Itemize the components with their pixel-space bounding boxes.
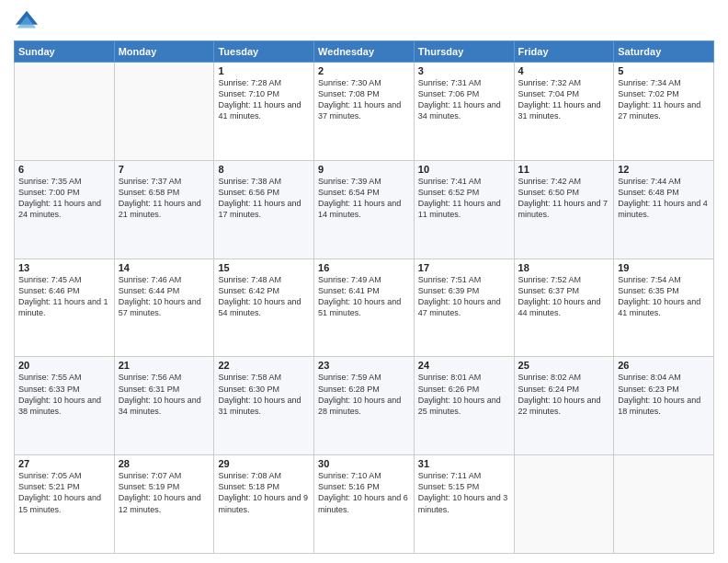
day-number: 6 <box>18 164 110 175</box>
day-number: 7 <box>119 164 210 175</box>
day-number: 2 <box>318 65 410 76</box>
weekday-header-tuesday: Tuesday <box>214 41 314 63</box>
header <box>14 9 714 35</box>
weekday-header-monday: Monday <box>114 41 214 63</box>
day-number: 19 <box>618 262 710 273</box>
calendar-cell: 5Sunrise: 7:34 AM Sunset: 7:02 PM Daylig… <box>614 63 714 161</box>
calendar-cell: 23Sunrise: 7:59 AM Sunset: 6:28 PM Dayli… <box>314 357 415 455</box>
calendar-table: SundayMondayTuesdayWednesdayThursdayFrid… <box>14 40 714 554</box>
calendar-cell: 9Sunrise: 7:39 AM Sunset: 6:54 PM Daylig… <box>314 160 415 259</box>
day-number: 25 <box>518 360 610 371</box>
day-number: 28 <box>119 458 210 469</box>
day-number: 8 <box>218 164 310 175</box>
week-row-1: 1Sunrise: 7:28 AM Sunset: 7:10 PM Daylig… <box>15 63 714 161</box>
calendar-cell: 14Sunrise: 7:46 AM Sunset: 6:44 PM Dayli… <box>114 259 214 357</box>
day-info: Sunrise: 7:11 AM Sunset: 5:15 PM Dayligh… <box>418 470 510 515</box>
calendar-cell: 21Sunrise: 7:56 AM Sunset: 6:31 PM Dayli… <box>114 357 214 455</box>
day-number: 4 <box>518 65 610 76</box>
day-number: 15 <box>218 262 310 273</box>
weekday-header-wednesday: Wednesday <box>314 41 415 63</box>
day-number: 11 <box>518 164 610 175</box>
day-number: 9 <box>318 164 410 175</box>
day-number: 16 <box>318 262 410 273</box>
day-info: Sunrise: 8:01 AM Sunset: 6:26 PM Dayligh… <box>418 372 510 417</box>
day-info: Sunrise: 7:58 AM Sunset: 6:30 PM Dayligh… <box>218 372 310 417</box>
calendar-cell <box>114 63 214 161</box>
day-number: 1 <box>218 65 310 76</box>
calendar-cell: 28Sunrise: 7:07 AM Sunset: 5:19 PM Dayli… <box>114 455 214 554</box>
calendar-cell: 3Sunrise: 7:31 AM Sunset: 7:06 PM Daylig… <box>414 63 514 161</box>
calendar-cell: 7Sunrise: 7:37 AM Sunset: 6:58 PM Daylig… <box>114 160 214 259</box>
day-info: Sunrise: 7:37 AM Sunset: 6:58 PM Dayligh… <box>119 176 210 221</box>
day-number: 26 <box>618 360 710 371</box>
day-info: Sunrise: 7:51 AM Sunset: 6:39 PM Dayligh… <box>418 274 510 319</box>
calendar-cell: 26Sunrise: 8:04 AM Sunset: 6:23 PM Dayli… <box>614 357 714 455</box>
calendar-cell: 29Sunrise: 7:08 AM Sunset: 5:18 PM Dayli… <box>214 455 314 554</box>
day-info: Sunrise: 7:41 AM Sunset: 6:52 PM Dayligh… <box>418 176 510 221</box>
calendar-cell: 2Sunrise: 7:30 AM Sunset: 7:08 PM Daylig… <box>314 63 415 161</box>
calendar-cell: 17Sunrise: 7:51 AM Sunset: 6:39 PM Dayli… <box>414 259 514 357</box>
day-info: Sunrise: 7:44 AM Sunset: 6:48 PM Dayligh… <box>618 176 710 221</box>
day-info: Sunrise: 7:31 AM Sunset: 7:06 PM Dayligh… <box>418 77 510 122</box>
calendar-cell: 11Sunrise: 7:42 AM Sunset: 6:50 PM Dayli… <box>514 160 614 259</box>
day-number: 24 <box>418 360 510 371</box>
calendar-cell: 1Sunrise: 7:28 AM Sunset: 7:10 PM Daylig… <box>214 63 314 161</box>
day-info: Sunrise: 7:32 AM Sunset: 7:04 PM Dayligh… <box>518 77 610 122</box>
day-info: Sunrise: 7:10 AM Sunset: 5:16 PM Dayligh… <box>318 470 410 515</box>
calendar-cell: 18Sunrise: 7:52 AM Sunset: 6:37 PM Dayli… <box>514 259 614 357</box>
day-info: Sunrise: 7:42 AM Sunset: 6:50 PM Dayligh… <box>518 176 610 221</box>
day-info: Sunrise: 8:04 AM Sunset: 6:23 PM Dayligh… <box>618 372 710 417</box>
day-number: 17 <box>418 262 510 273</box>
day-number: 22 <box>218 360 310 371</box>
day-info: Sunrise: 7:08 AM Sunset: 5:18 PM Dayligh… <box>218 470 310 515</box>
calendar-cell <box>614 455 714 554</box>
day-info: Sunrise: 7:52 AM Sunset: 6:37 PM Dayligh… <box>518 274 610 319</box>
weekday-header-thursday: Thursday <box>414 41 514 63</box>
day-info: Sunrise: 7:39 AM Sunset: 6:54 PM Dayligh… <box>318 176 410 221</box>
calendar-cell: 16Sunrise: 7:49 AM Sunset: 6:41 PM Dayli… <box>314 259 415 357</box>
day-info: Sunrise: 7:34 AM Sunset: 7:02 PM Dayligh… <box>618 77 710 122</box>
day-number: 27 <box>18 458 110 469</box>
logo-icon <box>14 9 40 35</box>
calendar-cell: 22Sunrise: 7:58 AM Sunset: 6:30 PM Dayli… <box>214 357 314 455</box>
weekday-header-sunday: Sunday <box>15 41 115 63</box>
calendar-cell: 13Sunrise: 7:45 AM Sunset: 6:46 PM Dayli… <box>15 259 115 357</box>
day-info: Sunrise: 7:07 AM Sunset: 5:19 PM Dayligh… <box>119 470 210 515</box>
day-info: Sunrise: 7:54 AM Sunset: 6:35 PM Dayligh… <box>618 274 710 319</box>
day-info: Sunrise: 7:35 AM Sunset: 7:00 PM Dayligh… <box>18 176 110 221</box>
day-info: Sunrise: 7:05 AM Sunset: 5:21 PM Dayligh… <box>18 470 110 515</box>
calendar-cell: 19Sunrise: 7:54 AM Sunset: 6:35 PM Dayli… <box>614 259 714 357</box>
calendar-cell: 25Sunrise: 8:02 AM Sunset: 6:24 PM Dayli… <box>514 357 614 455</box>
day-number: 20 <box>18 360 110 371</box>
day-number: 3 <box>418 65 510 76</box>
day-number: 13 <box>18 262 110 273</box>
calendar-cell: 8Sunrise: 7:38 AM Sunset: 6:56 PM Daylig… <box>214 160 314 259</box>
day-number: 23 <box>318 360 410 371</box>
day-info: Sunrise: 8:02 AM Sunset: 6:24 PM Dayligh… <box>518 372 610 417</box>
day-info: Sunrise: 7:30 AM Sunset: 7:08 PM Dayligh… <box>318 77 410 122</box>
day-info: Sunrise: 7:46 AM Sunset: 6:44 PM Dayligh… <box>119 274 210 319</box>
week-row-4: 20Sunrise: 7:55 AM Sunset: 6:33 PM Dayli… <box>15 357 714 455</box>
day-number: 21 <box>119 360 210 371</box>
calendar-cell: 24Sunrise: 8:01 AM Sunset: 6:26 PM Dayli… <box>414 357 514 455</box>
calendar-cell: 12Sunrise: 7:44 AM Sunset: 6:48 PM Dayli… <box>614 160 714 259</box>
day-info: Sunrise: 7:28 AM Sunset: 7:10 PM Dayligh… <box>218 77 310 122</box>
calendar-cell: 15Sunrise: 7:48 AM Sunset: 6:42 PM Dayli… <box>214 259 314 357</box>
day-number: 30 <box>318 458 410 469</box>
weekday-header-row: SundayMondayTuesdayWednesdayThursdayFrid… <box>15 41 714 63</box>
weekday-header-friday: Friday <box>514 41 614 63</box>
logo <box>14 9 43 35</box>
day-number: 5 <box>618 65 710 76</box>
day-number: 18 <box>518 262 610 273</box>
page: SundayMondayTuesdayWednesdayThursdayFrid… <box>0 0 728 563</box>
day-info: Sunrise: 7:45 AM Sunset: 6:46 PM Dayligh… <box>18 274 110 319</box>
day-number: 14 <box>119 262 210 273</box>
day-info: Sunrise: 7:38 AM Sunset: 6:56 PM Dayligh… <box>218 176 310 221</box>
calendar-cell: 4Sunrise: 7:32 AM Sunset: 7:04 PM Daylig… <box>514 63 614 161</box>
calendar-cell: 6Sunrise: 7:35 AM Sunset: 7:00 PM Daylig… <box>15 160 115 259</box>
day-info: Sunrise: 7:55 AM Sunset: 6:33 PM Dayligh… <box>18 372 110 417</box>
day-number: 29 <box>218 458 310 469</box>
day-info: Sunrise: 7:49 AM Sunset: 6:41 PM Dayligh… <box>318 274 410 319</box>
calendar-cell <box>514 455 614 554</box>
week-row-5: 27Sunrise: 7:05 AM Sunset: 5:21 PM Dayli… <box>15 455 714 554</box>
